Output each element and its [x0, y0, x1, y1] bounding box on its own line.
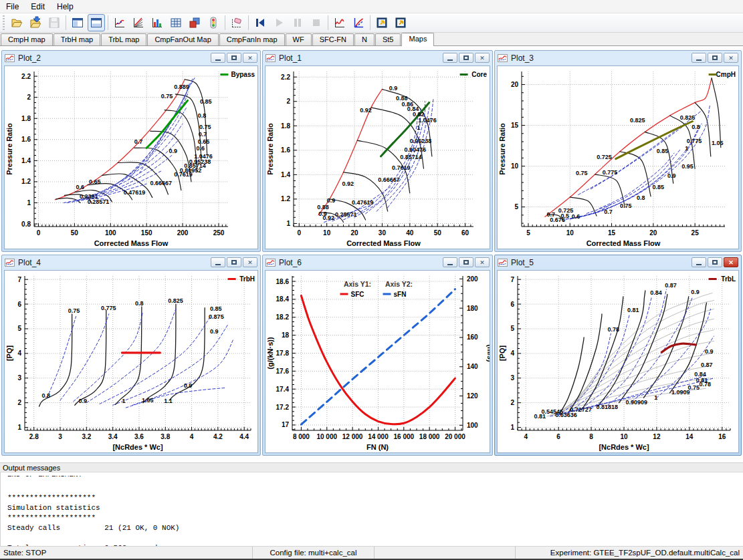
minimize-button[interactable] — [692, 257, 706, 267]
output-header: Output messages — [0, 462, 743, 472]
play-button[interactable] — [270, 14, 288, 31]
svg-text:0.81: 0.81 — [627, 307, 639, 313]
maximize-button[interactable] — [459, 53, 473, 63]
export-all-button[interactable] — [392, 14, 409, 31]
svg-text:18.2: 18.2 — [276, 313, 290, 321]
minimize-button[interactable] — [443, 257, 457, 267]
tab-trbl-map[interactable]: TrbL map — [101, 33, 146, 45]
svg-text:3.2: 3.2 — [82, 433, 91, 440]
tab-trbh-map[interactable]: TrbH map — [54, 33, 101, 45]
window-vertical-split-button[interactable] — [69, 14, 86, 31]
close-button[interactable]: ✕ — [475, 53, 490, 63]
toolbar-separator — [66, 15, 66, 30]
svg-text:Axis Y2:: Axis Y2: — [385, 280, 413, 288]
minimize-button[interactable] — [443, 53, 457, 63]
plot-titlebar[interactable]: Plot_1✕ — [263, 51, 492, 65]
svg-text:5: 5 — [17, 325, 21, 332]
svg-text:0.775: 0.775 — [687, 138, 702, 144]
minimize-button[interactable] — [211, 257, 225, 267]
menu-help[interactable]: Help — [51, 1, 80, 13]
bar-chart-button[interactable] — [148, 14, 166, 31]
line-chart-button[interactable] — [111, 14, 128, 31]
eraser-chart-button[interactable] — [228, 14, 245, 31]
application-window: FileEditHelp CmpH mapTrbH mapTrbL mapCmp… — [0, 0, 743, 560]
chart-redblue-button[interactable] — [350, 14, 367, 31]
close-button[interactable]: ✕ — [724, 257, 738, 267]
save-button[interactable] — [45, 14, 63, 31]
menu-edit[interactable]: Edit — [25, 1, 51, 13]
tab-maps[interactable]: Maps — [401, 33, 434, 46]
export-window-button[interactable] — [373, 14, 391, 31]
svg-text:[PQ]: [PQ] — [498, 345, 506, 362]
tab-st5[interactable]: St5 — [375, 33, 401, 45]
tab-n[interactable]: N — [354, 33, 375, 45]
window-horizontal-split-button[interactable] — [88, 14, 105, 31]
plot-titlebar[interactable]: Plot_2✕ — [2, 51, 260, 65]
copy-plots-button[interactable] — [186, 14, 203, 31]
close-button[interactable]: ✕ — [243, 53, 257, 63]
svg-text:17.2: 17.2 — [276, 404, 290, 411]
maximize-button[interactable] — [708, 257, 722, 267]
output-log[interactable]: END OF EXPERIMENT ******************** S… — [0, 472, 743, 546]
toolbar-separator — [248, 15, 249, 30]
close-button[interactable]: ✕ — [243, 257, 257, 267]
table-button[interactable] — [167, 14, 185, 31]
svg-text:0.78: 0.78 — [700, 381, 712, 388]
pause-button[interactable] — [289, 14, 306, 31]
open-folder-icon — [10, 16, 23, 29]
tab-wf[interactable]: WF — [286, 33, 312, 45]
plot-titlebar[interactable]: Plot_4✕ — [2, 255, 260, 269]
plot-title: Plot_4 — [18, 258, 209, 267]
plot-titlebar[interactable]: Plot_6✕ — [263, 255, 492, 269]
tab-sfc-fn[interactable]: SFC-FN — [312, 33, 354, 45]
maximize-button[interactable] — [708, 53, 722, 63]
open-folder-button[interactable] — [8, 14, 25, 31]
close-button[interactable]: ✕ — [724, 53, 738, 63]
svg-text:1: 1 — [122, 398, 125, 404]
multi-line-chart-button[interactable] — [130, 14, 147, 31]
maximize-button[interactable] — [459, 257, 473, 267]
eraser-chart-icon — [230, 16, 243, 29]
chart-red-button[interactable] — [331, 14, 348, 31]
svg-text:0.85: 0.85 — [200, 98, 212, 105]
svg-text:15: 15 — [608, 229, 616, 237]
plot-titlebar[interactable]: Plot_3✕ — [495, 51, 741, 65]
maximize-button[interactable] — [227, 257, 241, 267]
traffic-light-button[interactable] — [205, 14, 222, 31]
svg-text:1: 1 — [17, 424, 21, 431]
toolbar-drag-handle[interactable] — [3, 15, 5, 30]
svg-text:20: 20 — [649, 229, 657, 237]
tab-cmpfanin-map[interactable]: CmpFanIn map — [219, 33, 285, 45]
svg-text:Corrected Mass Flow: Corrected Mass Flow — [94, 239, 169, 247]
open-folder-import-button[interactable] — [27, 14, 44, 31]
bar-chart-icon — [150, 16, 164, 29]
plot-window-plot_6: Plot_6✕8 00010 00012 00014 00016 00018 0… — [262, 255, 493, 456]
tab-cmph-map[interactable]: CmpH map — [1, 33, 53, 45]
menu-file[interactable]: File — [0, 1, 25, 13]
tab-cmpfanout-map[interactable]: CmpFanOut Map — [147, 33, 218, 45]
skip-to-start-button[interactable] — [251, 14, 269, 31]
svg-text:0.7: 0.7 — [134, 138, 143, 145]
stop-icon — [310, 16, 323, 29]
svg-text:140: 140 — [467, 363, 478, 370]
minimize-button[interactable] — [211, 53, 225, 63]
svg-text:4: 4 — [510, 349, 514, 357]
plot-title: Plot_2 — [18, 53, 209, 63]
svg-text:100: 100 — [467, 422, 478, 429]
minimize-button[interactable] — [692, 53, 706, 63]
svg-text:0.75: 0.75 — [68, 307, 80, 314]
svg-text:15: 15 — [511, 122, 519, 129]
close-button[interactable]: ✕ — [475, 257, 490, 267]
svg-text:0.90476: 0.90476 — [405, 146, 427, 153]
svg-text:0.8: 0.8 — [42, 392, 51, 399]
plot-canvas: 010203040506011.21.41.61.822.2Corrected … — [266, 66, 490, 249]
plot-title: Plot_3 — [511, 53, 690, 63]
maximize-button[interactable] — [227, 53, 241, 63]
svg-text:5: 5 — [526, 229, 530, 237]
stop-button[interactable] — [308, 14, 325, 31]
svg-text:2: 2 — [286, 98, 290, 105]
svg-text:5: 5 — [514, 203, 518, 211]
plot-canvas: 5101520255101520Corrected Mass FlowPress… — [498, 66, 739, 249]
plot-titlebar[interactable]: Plot_5✕ — [495, 255, 741, 269]
svg-text:0: 0 — [37, 229, 41, 237]
